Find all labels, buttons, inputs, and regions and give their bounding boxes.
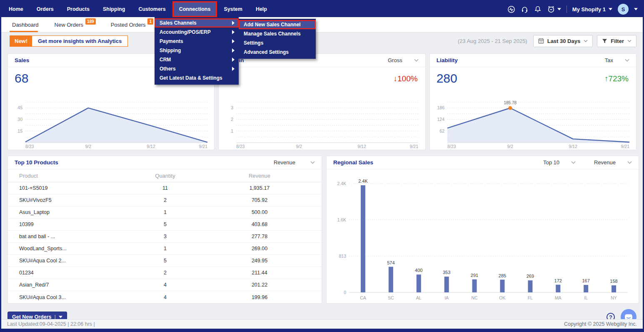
cell-revenue: 277.78 bbox=[197, 234, 322, 239]
svg-text:400: 400 bbox=[415, 268, 422, 273]
svg-text:9/2: 9/2 bbox=[507, 144, 513, 149]
app-window: HomeOrdersProductsShippingCustomersConne… bbox=[0, 0, 644, 332]
activity-icon[interactable] bbox=[507, 5, 515, 13]
cell-product: 01234 bbox=[8, 270, 133, 276]
svg-text:9/21: 9/21 bbox=[410, 144, 419, 149]
svg-text:291: 291 bbox=[471, 273, 478, 278]
sales-channels-submenu: Add New Sales ChannelManage Sales Channe… bbox=[239, 19, 316, 59]
submenu-item-settings[interactable]: Settings bbox=[239, 38, 316, 48]
tab-bar: DashboardNew Orders189Posted Orders1Anal… bbox=[1, 17, 643, 33]
top-nav-right: My Shopify 1 S bbox=[507, 4, 643, 15]
top-products-panel: Top 10 Products Revenue Product Quantity… bbox=[7, 156, 322, 304]
menu-item-label: Settings bbox=[244, 40, 263, 46]
nav-item-shipping[interactable]: Shipping bbox=[96, 1, 132, 17]
submenu-item-advanced-settings[interactable]: Advanced Settings bbox=[239, 48, 316, 57]
top-products-metric-selector[interactable]: Revenue bbox=[274, 159, 315, 166]
svg-text:8/23: 8/23 bbox=[447, 144, 456, 149]
submenu-arrow-icon bbox=[232, 39, 235, 43]
cell-product: SKU#Aqua Cool 3... bbox=[8, 294, 133, 300]
tab-dashboard[interactable]: Dashboard bbox=[10, 17, 41, 32]
menu-item-get-latest-data-settings[interactable]: Get Latest Data & Settings bbox=[155, 73, 239, 83]
table-row: WoodLand_Sports...1269.00 bbox=[8, 243, 322, 255]
submenu-item-manage-sales-channels[interactable]: Manage Sales Channels bbox=[239, 29, 316, 38]
regional-topn-value: Top 10 bbox=[543, 159, 559, 166]
menu-item-accounting-pos-erp[interactable]: Accounting/POS/ERP bbox=[155, 28, 239, 37]
nav-item-products[interactable]: Products bbox=[60, 1, 96, 17]
submenu-item-add-new-sales-channel[interactable]: Add New Sales Channel bbox=[239, 20, 316, 29]
analytics-promo: New! Get more insights with Analytics bbox=[10, 35, 128, 47]
cell-revenue: 500.00 bbox=[197, 209, 322, 215]
menu-item-label: Accounting/POS/ERP bbox=[160, 29, 211, 35]
cell-product: Asian_Red/7 bbox=[8, 282, 133, 288]
alarm-clock-icon[interactable] bbox=[547, 5, 561, 13]
svg-text:9/2: 9/2 bbox=[296, 144, 302, 149]
cell-revenue: 211.44 bbox=[197, 270, 322, 276]
tab-posted-orders[interactable]: Posted Orders1 bbox=[108, 17, 155, 32]
cell-revenue: 199.96 bbox=[197, 294, 322, 300]
nav-item-orders[interactable]: Orders bbox=[30, 1, 60, 17]
nav-item-connections[interactable]: Connections bbox=[172, 1, 217, 17]
calendar-icon bbox=[538, 38, 544, 44]
new-badge: New! bbox=[10, 36, 32, 46]
sub-bar-right: (23 Aug 2025 - 21 Sep 2025) Last 30 Days… bbox=[458, 35, 637, 47]
svg-text:9/21: 9/21 bbox=[621, 144, 629, 149]
svg-text:1: 1 bbox=[231, 128, 233, 133]
submenu-arrow-icon bbox=[232, 21, 235, 25]
filter-button[interactable]: Filter bbox=[597, 35, 637, 47]
svg-text:NY: NY bbox=[611, 295, 617, 300]
connections-menu: Sales ChannelsAccounting/POS/ERPPayments… bbox=[155, 17, 239, 85]
notifications-bell-icon[interactable] bbox=[534, 5, 542, 13]
table-row: Asus_Laptop1500.00 bbox=[8, 206, 322, 219]
cell-product: Asus_Laptop bbox=[8, 209, 133, 215]
table-row: SKU#Aqua Cool 2...5249.95 bbox=[8, 255, 322, 267]
svg-text:285: 285 bbox=[499, 273, 506, 278]
svg-text:172: 172 bbox=[554, 278, 562, 283]
cell-revenue: 403.68 bbox=[197, 221, 322, 227]
svg-text:9/12: 9/12 bbox=[147, 144, 155, 149]
tab-badge: 189 bbox=[85, 18, 96, 25]
tab-new-orders[interactable]: New Orders189 bbox=[52, 17, 97, 32]
regional-metric-selector[interactable]: Revenue bbox=[594, 159, 632, 166]
analytics-promo-link[interactable]: Get more insights with Analytics bbox=[32, 36, 127, 46]
filter-label: Filter bbox=[611, 38, 624, 44]
menu-item-payments[interactable]: Payments bbox=[155, 37, 239, 46]
cell-product: SKU#Aqua Cool 2... bbox=[8, 258, 133, 264]
submenu-arrow-icon bbox=[232, 58, 235, 62]
svg-text:185.78: 185.78 bbox=[504, 101, 517, 105]
nav-item-system[interactable]: System bbox=[217, 1, 249, 17]
store-switcher[interactable]: My Shopify 1 bbox=[572, 6, 612, 13]
svg-text:15: 15 bbox=[17, 128, 22, 133]
regional-topn-selector[interactable]: Top 10 bbox=[543, 159, 576, 166]
tab-label: New Orders bbox=[54, 22, 84, 28]
chevron-down-icon[interactable] bbox=[634, 8, 638, 10]
menu-item-others[interactable]: Others bbox=[155, 64, 239, 73]
column-header-quantity: Quantity bbox=[133, 173, 197, 179]
cell-qty: 1 bbox=[133, 209, 197, 215]
avatar[interactable]: S bbox=[618, 4, 629, 15]
svg-text:8/23: 8/23 bbox=[25, 144, 34, 149]
nav-item-customers[interactable]: Customers bbox=[132, 1, 172, 17]
column-header-revenue: Revenue bbox=[197, 173, 322, 179]
table-row: 012342211.44 bbox=[8, 267, 322, 279]
tab-badge: 1 bbox=[147, 18, 153, 25]
menu-item-sales-channels[interactable]: Sales Channels bbox=[155, 18, 239, 28]
menu-item-label: CRM bbox=[160, 57, 171, 63]
margin-metric-selector[interactable]: Gross bbox=[388, 57, 419, 63]
nav-item-help[interactable]: Help bbox=[249, 1, 274, 17]
cell-product: 10399 bbox=[8, 221, 133, 227]
liability-metric-selector[interactable]: Tax bbox=[605, 57, 629, 63]
menu-item-shipping[interactable]: Shipping bbox=[155, 46, 239, 55]
chevron-down-icon bbox=[557, 8, 561, 10]
svg-text:186: 186 bbox=[437, 105, 444, 110]
svg-text:574: 574 bbox=[387, 260, 394, 265]
sub-bar: New! Get more insights with Analytics (2… bbox=[1, 33, 643, 49]
top-products-selector-value: Revenue bbox=[274, 159, 295, 166]
headset-icon[interactable] bbox=[521, 5, 529, 13]
liability-trend-chart: 621241868/239/29/129/21185.78 bbox=[430, 99, 635, 150]
nav-item-home[interactable]: Home bbox=[2, 1, 30, 17]
liability-card-title: Liability bbox=[437, 57, 458, 63]
menu-item-crm[interactable]: CRM bbox=[155, 55, 239, 64]
tab-label: Dashboard bbox=[11, 22, 40, 28]
status-bar: Last Updated:09-04-2025 | 22:06 hrs | Co… bbox=[1, 319, 643, 329]
date-filter-button[interactable]: Last 30 Days bbox=[533, 35, 593, 47]
